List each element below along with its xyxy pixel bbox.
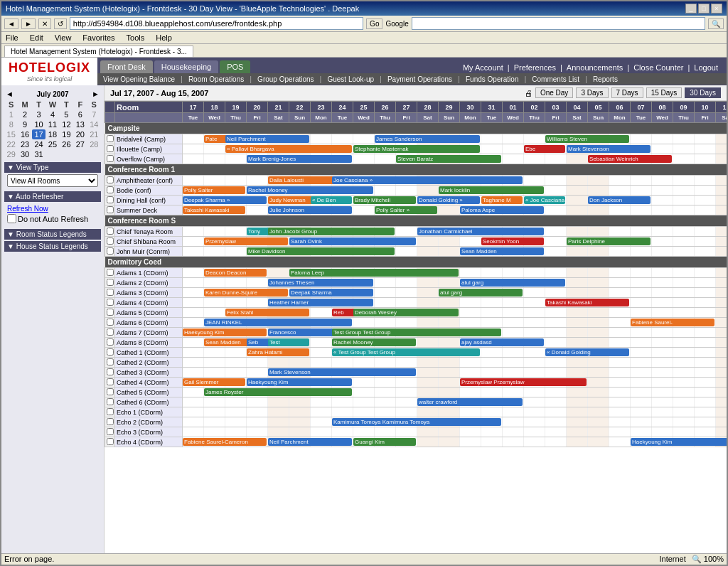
- cal-cell[interactable]: 22: [4, 139, 18, 149]
- reservation-bar[interactable]: Test: [268, 338, 309, 346]
- sub-nav-group-operations[interactable]: Group Operations: [257, 75, 314, 83]
- cal-cell[interactable]: 13: [73, 119, 87, 129]
- reservation-bar[interactable]: James Sanderson: [375, 135, 480, 143]
- reservation-bar[interactable]: JEAN RINKEL: [204, 319, 352, 326]
- reservation-bar[interactable]: Polly Salter »: [375, 206, 437, 214]
- reservation-bar[interactable]: Sebastian Weinrich: [588, 155, 672, 163]
- cal-cell[interactable]: 1: [4, 110, 18, 119]
- reservation-bar[interactable]: Haekyoung Kim: [631, 438, 727, 446]
- reservation-bar[interactable]: Heather Harner: [268, 299, 373, 306]
- reservation-bar[interactable]: Mark Stevenson: [567, 145, 651, 153]
- cal-cell[interactable]: 20: [73, 129, 87, 139]
- reservation-bar[interactable]: Steven Baratz: [396, 155, 501, 163]
- reservation-bar[interactable]: Mark Brenig-Jones: [247, 155, 352, 163]
- print-icon[interactable]: 🖨: [525, 89, 532, 97]
- reservation-bar[interactable]: Rachel Mooney: [332, 338, 416, 346]
- view-all-rooms-select[interactable]: View All Rooms: [7, 174, 98, 187]
- cal-cell[interactable]: 4: [46, 110, 59, 119]
- room-checkbox[interactable]: [107, 299, 114, 306]
- room-checkbox[interactable]: [107, 338, 114, 346]
- cal-cell[interactable]: 27: [73, 139, 87, 149]
- link-preferences[interactable]: Preferences: [514, 63, 556, 72]
- room-checkbox[interactable]: [107, 368, 114, 375]
- google-search-button[interactable]: 🔍: [708, 18, 724, 29]
- browser-tab-active[interactable]: Hotel Management System (Hotelogix) - Fr…: [4, 46, 193, 57]
- link-close-counter[interactable]: Close Counter: [633, 63, 683, 72]
- reservation-bar[interactable]: Stephanie Masternak: [353, 145, 480, 153]
- reservation-bar[interactable]: Paris Delphine: [567, 237, 651, 245]
- reservation-bar[interactable]: Don Jackson: [588, 196, 651, 204]
- calendar-next[interactable]: ►: [92, 90, 100, 98]
- refresh-button[interactable]: ↺: [54, 18, 67, 29]
- cal-cell[interactable]: 28: [87, 139, 101, 149]
- reservation-bar[interactable]: « Test Group Test Group: [332, 348, 480, 356]
- room-checkbox[interactable]: [107, 237, 114, 245]
- sub-nav-room-operations[interactable]: Room Operations: [188, 75, 244, 83]
- room-checkbox[interactable]: [107, 378, 114, 385]
- cal-cell[interactable]: 2: [18, 110, 31, 119]
- address-input[interactable]: [70, 17, 363, 30]
- link-announcements[interactable]: Announcements: [567, 63, 623, 72]
- cal-cell[interactable]: 29: [4, 149, 18, 159]
- room-checkbox[interactable]: [107, 438, 114, 445]
- reservation-bar[interactable]: Joe Casciana »: [332, 176, 523, 184]
- sub-nav-opening-balance[interactable]: View Opening Balance: [103, 75, 175, 83]
- reservation-bar[interactable]: James Royster: [204, 388, 352, 396]
- reservation-bar[interactable]: Deborah Wesley: [353, 309, 459, 316]
- reservation-bar[interactable]: Guangi Kim: [353, 438, 416, 446]
- link-logout[interactable]: Logout: [694, 63, 718, 72]
- cal-cell[interactable]: 11: [46, 119, 59, 129]
- room-checkbox[interactable]: [107, 279, 114, 286]
- reservation-bar[interactable]: Mark Stevenson: [268, 368, 416, 376]
- reservation-bar[interactable]: Haekyoung Kim: [247, 378, 352, 386]
- reservation-bar[interactable]: Paloma Aspe: [460, 206, 544, 214]
- close-button[interactable]: ×: [711, 4, 722, 14]
- cal-cell[interactable]: 14: [87, 119, 101, 129]
- cal-cell[interactable]: 19: [60, 129, 73, 139]
- reservation-bar[interactable]: Neil Parchment: [225, 135, 309, 143]
- room-checkbox[interactable]: [107, 309, 114, 316]
- room-checkbox[interactable]: [107, 289, 114, 296]
- reservation-bar[interactable]: Gail Slemmer: [183, 378, 245, 386]
- view-type-header[interactable]: ▼ View Type: [4, 162, 101, 173]
- house-status-legends-header[interactable]: ▼ House Status Legends: [4, 241, 101, 252]
- cal-cell[interactable]: 21: [87, 129, 101, 139]
- view-15-days[interactable]: 15 Days: [646, 87, 682, 98]
- tab-housekeeping[interactable]: Housekeeping: [154, 60, 218, 73]
- reservation-bar[interactable]: Fabiene Saurel-: [631, 319, 714, 326]
- cal-cell[interactable]: 25: [46, 139, 59, 149]
- sub-nav-payment-operations[interactable]: Payment Operations: [387, 75, 452, 83]
- reservation-bar[interactable]: Mike Davidson: [247, 247, 395, 255]
- cal-cell[interactable]: 3: [32, 110, 46, 119]
- reservation-bar[interactable]: Jonathan Carmichael: [417, 228, 544, 235]
- reservation-bar[interactable]: Karen Dunne-Squire: [204, 289, 288, 297]
- reservation-bar[interactable]: Polly Salter: [183, 186, 245, 194]
- room-checkbox[interactable]: [107, 269, 114, 276]
- auto-refresher-header[interactable]: ▼ Auto Refresher: [4, 191, 101, 202]
- sub-nav-guest-lookup[interactable]: Guest Look-up: [327, 75, 374, 83]
- reservation-bar[interactable]: ajay asdasd: [460, 338, 544, 346]
- cal-cell[interactable]: 7: [87, 110, 101, 119]
- stop-button[interactable]: ✕: [38, 18, 51, 29]
- menu-file[interactable]: File: [4, 33, 20, 43]
- reservation-bar[interactable]: atul garg: [460, 279, 565, 287]
- reservation-bar[interactable]: Seokmin Yoon: [481, 237, 544, 245]
- room-checkbox[interactable]: [107, 186, 114, 193]
- reservation-bar[interactable]: Mark locklin: [439, 186, 544, 194]
- google-search-input[interactable]: [412, 17, 705, 30]
- reservation-bar[interactable]: Williams Steven: [545, 135, 629, 143]
- refresh-now-link[interactable]: Refresh Now: [7, 205, 98, 213]
- cal-cell[interactable]: 30: [18, 149, 31, 159]
- reservation-bar[interactable]: Rachel Mooney: [247, 186, 373, 194]
- reservation-bar[interactable]: Zahra Hatami: [247, 348, 309, 356]
- room-checkbox[interactable]: [107, 196, 114, 203]
- room-checkbox[interactable]: [107, 329, 114, 336]
- room-checkbox[interactable]: [107, 206, 114, 213]
- cal-cell[interactable]: 10: [32, 119, 46, 129]
- menu-edit[interactable]: Edit: [28, 33, 45, 43]
- reservation-bar[interactable]: Sarah Ovink: [289, 237, 416, 245]
- reservation-bar[interactable]: Donald Golding »: [417, 196, 480, 204]
- cal-cell[interactable]: 5: [60, 110, 73, 119]
- room-checkbox[interactable]: [107, 228, 114, 235]
- room-checkbox[interactable]: [107, 319, 114, 326]
